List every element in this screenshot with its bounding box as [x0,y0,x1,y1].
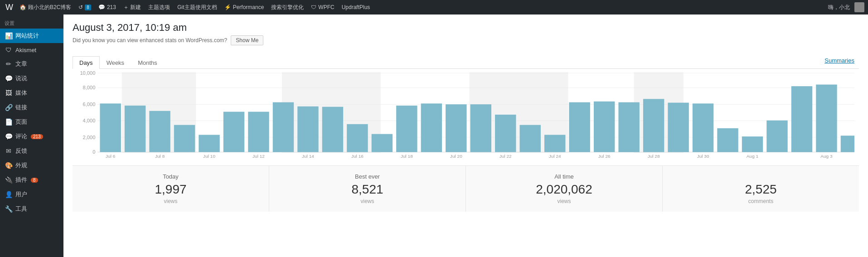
akismet-icon: 🛡 [5,46,13,53]
svg-text:Jul 24: Jul 24 [549,154,562,159]
best-value: 8,521 [274,182,461,197]
sidebar-item-comments[interactable]: 💬 评论 213 [0,129,63,144]
sidebar-item-media[interactable]: 🖼 媒体 [0,86,63,100]
tab-weeks[interactable]: Weeks [100,56,131,69]
show-me-button[interactable]: Show Me [231,35,263,45]
feedback-icon: ✉ [5,147,13,155]
svg-rect-17 [125,106,145,152]
today-sub: views [77,198,264,204]
stats-today: Today 1,997 views [73,166,269,212]
updates-badge: 8 [85,5,91,10]
adminbar-home[interactable]: 🏠 顾小北的B2C博客 [17,4,74,11]
main-content: August 3, 2017, 10:19 am Did you know yo… [63,15,868,257]
svg-text:Jul 18: Jul 18 [401,154,413,159]
adminbar-wpfc[interactable]: 🛡 WPFC [308,4,337,10]
svg-text:Jul 26: Jul 26 [598,154,611,159]
sidebar-item-plugins[interactable]: 🔌 插件 8 [0,173,63,187]
svg-rect-29 [421,103,442,152]
comments-value: 2,525 [667,182,854,197]
svg-text:4,000: 4,000 [83,118,96,123]
wpfc-icon: 🛡 [311,4,316,10]
svg-text:10,000: 10,000 [80,70,95,75]
notice-text: Did you know you can view enhanced stats… [73,37,227,44]
adminbar-right: 嗨，小北 [825,2,864,12]
plugins-icon: 🔌 [5,176,13,184]
svg-text:Jul 28: Jul 28 [648,154,660,159]
svg-rect-46 [841,136,854,152]
alltime-value: 2,020,062 [470,182,658,197]
adminbar-comments[interactable]: 💬 213 [96,4,119,10]
today-value: 1,997 [77,182,264,197]
avatar[interactable] [854,2,864,12]
svg-text:Jul 10: Jul 10 [203,154,215,159]
sidebar-item-stats[interactable]: 📊 网站统计 [0,29,63,43]
sidebar-item-tools[interactable]: 🔧 工具 [0,202,63,216]
tools-icon: 🔧 [5,205,13,213]
bar-chart: 10,000 8,000 6,000 4,000 2,000 0 [77,69,854,160]
svg-rect-21 [223,112,244,152]
adminbar-performance[interactable]: ⚡ Performance [222,4,267,10]
sidebar-item-appearance[interactable]: 🎨 外观 [0,158,63,173]
svg-rect-31 [470,104,491,152]
sidebar: 设置 📊 网站统计 🛡 Akismet ✏ 文章 💬 说说 🖼 媒体 🔗 链接 … [0,15,63,257]
links-icon: 🔗 [5,104,13,111]
svg-rect-16 [100,103,121,152]
summaries-link[interactable]: Summaries [824,57,854,64]
svg-rect-28 [396,106,417,152]
adminbar-theme-options[interactable]: 主题选项 [145,4,173,11]
svg-rect-30 [446,104,466,152]
media-icon: 🖼 [5,89,13,97]
comments-badge: 213 [31,134,43,139]
svg-rect-40 [693,103,713,152]
alltime-label: All time [470,173,658,180]
svg-text:Jul 12: Jul 12 [252,154,265,159]
svg-text:Jul 16: Jul 16 [351,154,364,159]
svg-rect-37 [618,102,639,152]
sidebar-item-posts[interactable]: ✏ 文章 [0,57,63,71]
tab-days[interactable]: Days [73,56,100,69]
svg-rect-35 [569,102,590,152]
sidebar-item-pages[interactable]: 📄 页面 [0,115,63,129]
svg-rect-44 [791,86,812,152]
svg-rect-39 [668,103,689,152]
adminbar-new[interactable]: ＋ 新建 [121,4,144,11]
adminbar-git[interactable]: Git主题使用文档 [175,4,219,11]
wp-logo[interactable]: W [4,3,15,12]
adminbar-updraft[interactable]: UpdraftPlus [339,4,373,10]
svg-text:8,000: 8,000 [83,85,96,90]
sidebar-item-links[interactable]: 🔗 链接 [0,100,63,115]
adminbar-updates[interactable]: ↺ 8 [76,4,94,10]
sidebar-item-shuo[interactable]: 💬 说说 [0,71,63,86]
page-title: August 3, 2017, 10:19 am [73,22,859,34]
best-sub: views [274,198,461,204]
svg-text:Jul 8: Jul 8 [155,154,165,159]
shuo-icon: 💬 [5,75,13,82]
svg-text:Jul 14: Jul 14 [302,154,315,159]
svg-rect-24 [297,107,318,152]
stats-alltime: All time 2,020,062 views [466,166,663,212]
posts-icon: ✏ [5,60,13,68]
svg-text:Aug 1: Aug 1 [747,154,758,159]
users-icon: 👤 [5,191,13,198]
home-icon: 🏠 [19,4,26,10]
admin-bar: W 🏠 顾小北的B2C博客 ↺ 8 💬 213 ＋ 新建 主题选项 Git主题使… [0,0,868,15]
adminbar-seo[interactable]: 搜索引擎优化 [268,4,306,11]
sidebar-item-feedback[interactable]: ✉ 反馈 [0,144,63,158]
svg-rect-32 [495,115,516,152]
svg-text:Jul 20: Jul 20 [450,154,462,159]
tab-months[interactable]: Months [131,56,164,69]
chart-wrapper: Days Weeks Months Summaries 10,000 8,000… [73,52,859,161]
stats-tabs: Days Weeks Months [73,56,859,69]
svg-rect-38 [643,99,664,152]
sidebar-item-akismet[interactable]: 🛡 Akismet [0,43,63,57]
svg-rect-27 [372,134,393,152]
comments-icon: 💬 [5,133,13,140]
chart-container: 10,000 8,000 6,000 4,000 2,000 0 [73,69,859,161]
appearance-icon: 🎨 [5,162,13,169]
sidebar-item-users[interactable]: 👤 用户 [0,187,63,202]
settings-label: 设置 [0,16,63,29]
svg-text:0: 0 [92,150,95,155]
svg-text:Jul 6: Jul 6 [106,154,115,159]
adminbar-greeting[interactable]: 嗨，小北 [825,4,853,11]
svg-rect-43 [766,121,787,152]
